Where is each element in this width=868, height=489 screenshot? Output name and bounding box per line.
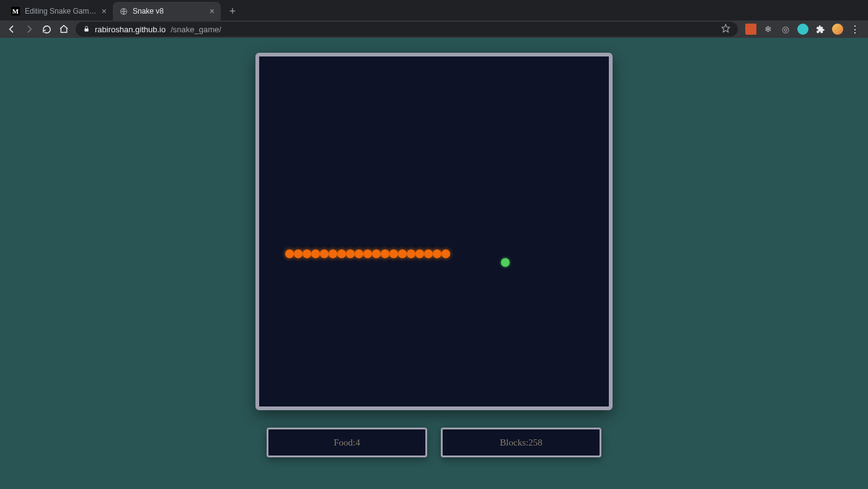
- snake-segment: [381, 249, 389, 258]
- blocks-label: Blocks:: [500, 437, 528, 448]
- lock-icon: [83, 25, 90, 34]
- game-board[interactable]: [255, 53, 613, 410]
- star-icon[interactable]: [721, 24, 730, 35]
- url-host: rabiroshan.github.io: [95, 25, 166, 34]
- forward-icon[interactable]: [21, 21, 37, 37]
- snake-segment: [303, 249, 311, 258]
- snake-segment: [329, 249, 337, 258]
- ext-icon-4[interactable]: [797, 24, 808, 35]
- tab-title: Editing Snake Game – Medium: [25, 7, 97, 16]
- back-icon[interactable]: [4, 21, 20, 37]
- home-icon[interactable]: [56, 21, 72, 37]
- extension-icons: ❄ ◎ ⋮: [742, 24, 864, 35]
- snake-segment: [441, 249, 450, 258]
- food-value: 4: [355, 437, 360, 448]
- snake-segment: [389, 249, 398, 258]
- snake-segment: [415, 249, 424, 258]
- food-score-box: Food: 4: [267, 428, 427, 457]
- blocks-score-box: Blocks: 258: [441, 428, 601, 457]
- tab-title: Snake v8: [133, 7, 205, 16]
- svg-marker-2: [722, 24, 730, 32]
- ext-icon-3[interactable]: ◎: [780, 24, 791, 35]
- blocks-value: 258: [528, 437, 542, 448]
- new-tab-button[interactable]: +: [224, 3, 241, 19]
- snake-segment: [311, 249, 320, 258]
- snake-segment: [372, 249, 381, 258]
- favicon-medium: M: [11, 7, 20, 16]
- favicon-globe: [119, 7, 128, 16]
- ext-icon-1[interactable]: [745, 24, 756, 35]
- snake-segment: [424, 249, 433, 258]
- close-icon[interactable]: ×: [102, 6, 107, 16]
- toolbar: rabiroshan.github.io/snake_game/ ❄ ◎ ⋮: [0, 20, 868, 38]
- snake-segment: [433, 249, 441, 258]
- snake-segment: [407, 249, 415, 258]
- url-path: /snake_game/: [170, 25, 221, 34]
- svg-rect-1: [84, 29, 88, 32]
- snake-segment: [363, 249, 372, 258]
- close-icon[interactable]: ×: [210, 6, 215, 16]
- snake-segment: [320, 249, 329, 258]
- snake-segment: [294, 249, 303, 258]
- snake-segment: [285, 249, 294, 258]
- snake-segment: [346, 249, 355, 258]
- ext-icon-2[interactable]: ❄: [763, 24, 774, 35]
- address-bar[interactable]: rabiroshan.github.io/snake_game/: [76, 22, 738, 37]
- tab-medium[interactable]: M Editing Snake Game – Medium ×: [5, 2, 113, 20]
- food-label: Food:: [334, 437, 355, 448]
- food-dot: [501, 258, 510, 267]
- snake-segment: [337, 249, 346, 258]
- extensions-icon[interactable]: [815, 24, 826, 35]
- snake-segment: [398, 249, 407, 258]
- tab-snake[interactable]: Snake v8 ×: [113, 2, 221, 20]
- browser-chrome: M Editing Snake Game – Medium × Snake v8…: [0, 0, 868, 38]
- snake-segment: [355, 249, 363, 258]
- profile-icon[interactable]: [832, 24, 843, 35]
- score-row: Food: 4 Blocks: 258: [267, 428, 601, 457]
- reload-icon[interactable]: [38, 21, 55, 37]
- tab-strip: M Editing Snake Game – Medium × Snake v8…: [0, 0, 868, 20]
- menu-icon[interactable]: ⋮: [849, 24, 861, 35]
- page-viewport: Food: 4 Blocks: 258: [0, 38, 868, 489]
